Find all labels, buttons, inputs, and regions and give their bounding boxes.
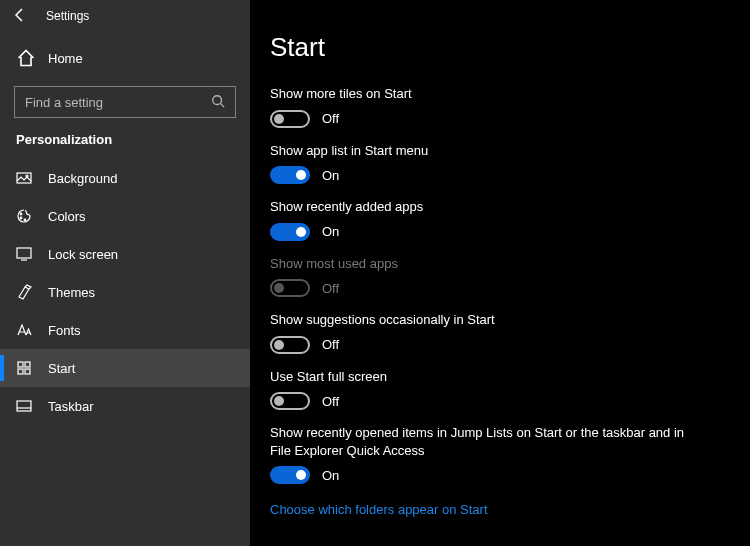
svg-rect-6 <box>17 248 31 258</box>
svg-point-3 <box>20 213 22 215</box>
taskbar-icon <box>16 398 36 414</box>
sidebar-item-start[interactable]: Start <box>0 349 250 387</box>
svg-point-0 <box>213 95 222 104</box>
titlebar: Settings <box>0 0 250 32</box>
setting-row: Show app list in Start menuOn <box>270 142 730 185</box>
toggle-switch[interactable] <box>270 392 310 410</box>
toggle-state-text: Off <box>322 281 339 296</box>
toggle-switch <box>270 279 310 297</box>
setting-label: Show suggestions occasionally in Start <box>270 311 690 329</box>
app-title: Settings <box>46 9 89 23</box>
toggle-state-text: Off <box>322 337 339 352</box>
setting-row: Show recently opened items in Jump Lists… <box>270 424 730 484</box>
sidebar: Settings Home Find a setting Personaliza… <box>0 0 250 546</box>
fonts-icon <box>16 322 36 338</box>
toggle-switch[interactable] <box>270 336 310 354</box>
palette-icon <box>16 208 36 224</box>
sidebar-item-label: Start <box>48 361 75 376</box>
toggle-state-text: On <box>322 224 339 239</box>
content-pane: Start Show more tiles on StartOffShow ap… <box>250 0 750 546</box>
nav: Background Colors Lock screen Themes Fon… <box>0 159 250 546</box>
sidebar-item-taskbar[interactable]: Taskbar <box>0 387 250 425</box>
sidebar-item-label: Fonts <box>48 323 81 338</box>
sidebar-item-label: Themes <box>48 285 95 300</box>
sidebar-item-fonts[interactable]: Fonts <box>0 311 250 349</box>
svg-point-2 <box>26 175 28 177</box>
svg-rect-11 <box>17 401 31 411</box>
toggle-switch[interactable] <box>270 223 310 241</box>
search-placeholder: Find a setting <box>25 95 103 110</box>
sidebar-item-themes[interactable]: Themes <box>0 273 250 311</box>
search-icon <box>211 94 225 111</box>
toggle-state-text: On <box>322 168 339 183</box>
toggle-switch[interactable] <box>270 166 310 184</box>
toggle-state-text: Off <box>322 394 339 409</box>
setting-label: Show recently opened items in Jump Lists… <box>270 424 690 459</box>
choose-folders-link[interactable]: Choose which folders appear on Start <box>270 502 488 517</box>
setting-label: Show recently added apps <box>270 198 690 216</box>
sidebar-item-label: Colors <box>48 209 86 224</box>
lock-screen-icon <box>16 246 36 262</box>
sidebar-item-label: Background <box>48 171 117 186</box>
home-label: Home <box>48 51 83 66</box>
category-header: Personalization <box>0 132 250 159</box>
sidebar-item-home[interactable]: Home <box>0 40 250 76</box>
sidebar-item-background[interactable]: Background <box>0 159 250 197</box>
search-input[interactable]: Find a setting <box>14 86 236 118</box>
page-title: Start <box>270 32 730 63</box>
toggle-state-text: On <box>322 468 339 483</box>
setting-label: Use Start full screen <box>270 368 690 386</box>
svg-rect-1 <box>17 173 31 183</box>
home-icon <box>16 48 36 68</box>
svg-rect-7 <box>18 362 23 367</box>
start-icon <box>16 360 36 376</box>
sidebar-item-label: Lock screen <box>48 247 118 262</box>
setting-row: Show suggestions occasionally in StartOf… <box>270 311 730 354</box>
sidebar-item-label: Taskbar <box>48 399 94 414</box>
toggle-switch[interactable] <box>270 466 310 484</box>
setting-row: Show most used appsOff <box>270 255 730 298</box>
svg-point-4 <box>20 217 22 219</box>
svg-rect-8 <box>25 362 30 367</box>
svg-rect-9 <box>18 369 23 374</box>
setting-row: Use Start full screenOff <box>270 368 730 411</box>
setting-row: Show more tiles on StartOff <box>270 85 730 128</box>
setting-label: Show most used apps <box>270 255 690 273</box>
svg-point-5 <box>24 219 26 221</box>
setting-label: Show app list in Start menu <box>270 142 690 160</box>
toggle-state-text: Off <box>322 111 339 126</box>
themes-icon <box>16 284 36 300</box>
sidebar-item-lock-screen[interactable]: Lock screen <box>0 235 250 273</box>
setting-label: Show more tiles on Start <box>270 85 690 103</box>
back-button[interactable] <box>12 7 28 26</box>
setting-row: Show recently added appsOn <box>270 198 730 241</box>
svg-rect-10 <box>25 369 30 374</box>
sidebar-item-colors[interactable]: Colors <box>0 197 250 235</box>
toggle-switch[interactable] <box>270 110 310 128</box>
picture-icon <box>16 170 36 186</box>
